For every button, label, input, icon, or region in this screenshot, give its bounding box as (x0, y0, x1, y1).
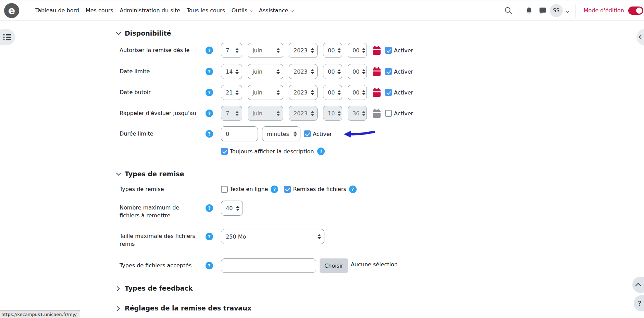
accepted-file-types-input[interactable] (221, 258, 316, 273)
help-icon[interactable]: ? (206, 110, 213, 117)
hour-select[interactable]: 00 (323, 43, 342, 58)
help-icon[interactable]: ? (206, 204, 213, 212)
hour-select[interactable]: 00 (323, 64, 342, 79)
max-files-select[interactable]: 40 (221, 201, 243, 216)
user-avatar[interactable]: SS (550, 4, 563, 17)
select-value: 21 (226, 89, 233, 96)
duration-value-input[interactable] (221, 126, 258, 141)
course-index-toggle[interactable] (0, 29, 15, 45)
section-header-submission-types[interactable]: Types de remise (116, 170, 184, 178)
notifications-bell-icon[interactable] (522, 4, 536, 17)
select-value: juin (252, 110, 274, 117)
edit-mode-label[interactable]: Mode d'édition (584, 7, 624, 14)
activer-label[interactable]: Activer (394, 89, 413, 96)
nav-tools-dropdown[interactable]: Outils (232, 7, 252, 14)
day-select-disabled: 7 (221, 106, 242, 121)
activer-checkbox[interactable] (385, 68, 392, 75)
remises-de-fichiers-label[interactable]: Remises de fichiers (293, 186, 346, 192)
status-url: https://kecampus1.unicaen.fr/my/ (1, 312, 77, 317)
help-icon[interactable]: ? (206, 130, 213, 138)
year-select[interactable]: 2023 (289, 64, 318, 79)
minute-select[interactable]: 00 (348, 43, 367, 58)
user-menu-chevron-icon[interactable] (565, 9, 569, 12)
help-icon[interactable]: ? (349, 186, 357, 193)
chevron-down-icon (250, 8, 253, 12)
nav-all-courses[interactable]: Tous les cours (187, 7, 225, 14)
activer-label[interactable]: Activer (394, 68, 413, 75)
remises-de-fichiers-checkbox[interactable] (284, 186, 291, 193)
day-select[interactable]: 21 (221, 85, 242, 100)
question-mark-glyph: ? (208, 205, 211, 211)
month-select[interactable]: juin (248, 43, 283, 58)
nav-site-admin[interactable]: Administration du site (120, 7, 180, 14)
section-title: Types de remise (125, 170, 184, 178)
field-label: Durée limite (120, 130, 197, 138)
month-select[interactable]: juin (248, 85, 283, 100)
calendar-icon-disabled (372, 109, 381, 118)
help-icon[interactable]: ? (206, 89, 213, 96)
select-arrows-icon (235, 48, 239, 53)
field-label: Taille maximale des fichiers remis (120, 229, 197, 248)
minute-select[interactable]: 00 (348, 85, 367, 100)
nav-dashboard[interactable]: Tableau de bord (35, 7, 79, 14)
texte-en-ligne-checkbox[interactable] (221, 186, 228, 193)
site-logo[interactable]: e (4, 3, 19, 18)
activer-label[interactable]: Activer (313, 131, 332, 137)
activer-checkbox[interactable] (385, 89, 392, 96)
submission-type-options: Texte en ligne ? Remises de fichiers ? (221, 186, 357, 193)
day-select[interactable]: 14 (221, 64, 242, 79)
activer-checkbox[interactable] (385, 47, 392, 54)
calendar-icon[interactable] (372, 67, 381, 76)
form-row-submission-types: Types de remise Texte en ligne ? Remises… (120, 185, 357, 193)
top-navbar: e Tableau de bord Mes cours Administrati… (0, 0, 644, 21)
help-icon[interactable]: ? (206, 233, 213, 240)
duration-unit-select[interactable]: minutes (262, 126, 300, 141)
select-value: juin (252, 47, 274, 54)
scroll-to-top-button[interactable] (632, 277, 644, 293)
activer-checkbox[interactable] (304, 130, 311, 137)
chevron-down-icon (116, 171, 121, 176)
select-arrows-icon (311, 90, 314, 95)
calendar-icon[interactable] (372, 46, 381, 55)
calendar-icon[interactable] (372, 88, 381, 97)
hour-select-disabled: 10 (323, 106, 342, 121)
month-select[interactable]: juin (248, 64, 283, 79)
activer-checkbox[interactable] (385, 110, 392, 117)
hour-select[interactable]: 00 (323, 85, 342, 100)
floating-help-button[interactable]: ? (634, 295, 644, 311)
question-mark-glyph: ? (638, 299, 642, 307)
field-label: Rappeler d'évaluer jusqu'au (120, 109, 197, 117)
date-fields: 7 juin 2023 10 36 Activer (221, 106, 413, 121)
nav-my-courses[interactable]: Mes cours (86, 7, 113, 14)
choose-button[interactable]: Choisir (320, 258, 348, 273)
help-icon[interactable]: ? (271, 186, 278, 193)
help-icon[interactable]: ? (206, 262, 213, 269)
help-icon[interactable]: ? (317, 148, 325, 155)
help-icon[interactable]: ? (206, 68, 213, 75)
select-value: 2023 (294, 68, 308, 75)
messages-icon[interactable] (536, 4, 550, 17)
year-select[interactable]: 2023 (289, 43, 318, 58)
section-header-feedback-types[interactable]: Types de feedback (116, 284, 193, 292)
always-show-description-checkbox[interactable] (221, 148, 228, 155)
minute-select[interactable]: 00 (348, 64, 367, 79)
section-header-submission-settings[interactable]: Réglages de la remise des travaux (116, 304, 251, 312)
texte-en-ligne-label[interactable]: Texte en ligne (230, 186, 268, 192)
activer-label[interactable]: Activer (394, 110, 413, 117)
block-drawer-toggle[interactable] (636, 29, 644, 46)
calendar-glyph (372, 109, 381, 118)
section-header-availability[interactable]: Disponibilité (116, 29, 171, 37)
nav-label: Outils (232, 7, 247, 14)
activer-label[interactable]: Activer (394, 47, 413, 54)
search-icon[interactable] (501, 4, 515, 17)
year-select[interactable]: 2023 (289, 85, 318, 100)
day-select[interactable]: 7 (221, 43, 242, 58)
max-size-select[interactable]: 250 Mo (221, 229, 324, 244)
edit-mode-toggle[interactable] (628, 7, 643, 15)
year-select-disabled: 2023 (289, 106, 318, 121)
always-show-description-label[interactable]: Toujours afficher la description (230, 148, 314, 155)
section-title: Disponibilité (125, 29, 171, 37)
help-icon[interactable]: ? (206, 47, 213, 54)
time-limit-fields: minutes Activer (221, 126, 375, 141)
nav-assistance-dropdown[interactable]: Assistance (259, 7, 293, 14)
